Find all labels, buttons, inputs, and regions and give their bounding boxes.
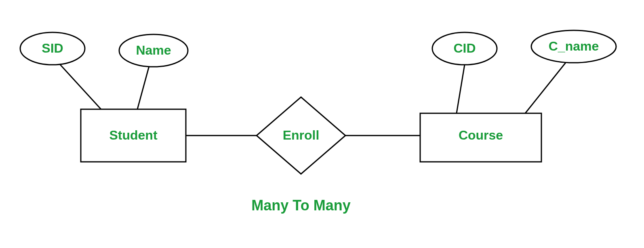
attribute-cid-label: CID (453, 41, 476, 55)
relationship-enroll-label: Enroll (283, 128, 320, 142)
entity-course-label: Course (459, 128, 503, 142)
entity-student-label: Student (109, 128, 157, 142)
attribute-cname-label: C_name (549, 39, 599, 53)
connector-name-student (137, 65, 149, 109)
attribute-sid-label: SID (42, 41, 63, 55)
attribute-name-label: Name (136, 43, 171, 57)
connector-sid-student (57, 61, 101, 109)
connector-cid-course (457, 65, 465, 113)
diagram-caption: Many To Many (251, 197, 350, 214)
connector-cname-course (525, 63, 566, 113)
